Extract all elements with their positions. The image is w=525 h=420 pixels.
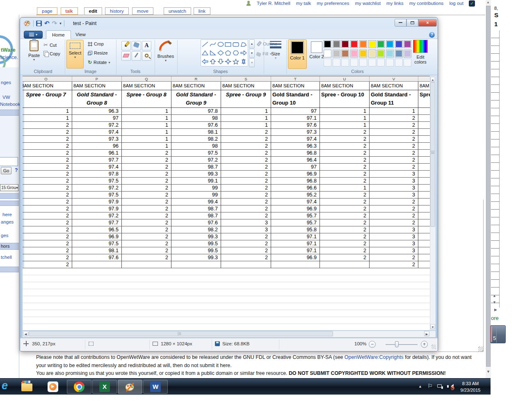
shapes-scroll-down-icon[interactable]: ▼ bbox=[249, 49, 255, 58]
palette-swatch[interactable] bbox=[359, 40, 367, 48]
sidebar-link[interactable]: anges bbox=[1, 219, 14, 224]
palette-swatch[interactable] bbox=[404, 50, 411, 57]
tab-view[interactable]: View bbox=[70, 30, 91, 39]
network-icon[interactable] bbox=[437, 384, 443, 389]
palette-swatch[interactable] bbox=[368, 40, 376, 48]
zoom-in-button[interactable]: + bbox=[421, 341, 428, 348]
paint-canvas[interactable]: O8AM SECTIONSpree - Group 71122222222222… bbox=[23, 76, 430, 330]
sidebar-go-button[interactable]: Go bbox=[1, 167, 11, 174]
help-icon[interactable]: ? bbox=[429, 32, 435, 38]
palette-swatch[interactable] bbox=[386, 50, 394, 57]
palette-swatch[interactable] bbox=[368, 50, 376, 57]
internet-explorer-icon[interactable]: e bbox=[2, 380, 8, 391]
size-button[interactable]: Size▾ bbox=[267, 41, 285, 69]
shape-hexagon-icon[interactable] bbox=[233, 50, 239, 56]
wiki-tab-talk[interactable]: talk bbox=[61, 7, 78, 15]
sidebar-link[interactable]: Notebook bbox=[0, 102, 20, 107]
palette-swatch[interactable] bbox=[386, 40, 394, 48]
color2-button[interactable]: Color 2 bbox=[308, 39, 325, 69]
eraser-tool[interactable] bbox=[121, 51, 131, 61]
scrollbar-up-icon[interactable]: ▲ bbox=[486, 0, 490, 4]
tray-hidden-icons-arrow[interactable]: ▲ bbox=[418, 384, 422, 401]
save-button[interactable] bbox=[36, 21, 42, 26]
canvas-scroll-right-icon[interactable]: ▶ bbox=[424, 331, 429, 336]
customize-toolbar-icon[interactable]: ▾ bbox=[59, 21, 62, 25]
palette-swatch[interactable] bbox=[341, 50, 349, 57]
zoom-slider-thumb[interactable] bbox=[395, 341, 399, 347]
brushes-button[interactable]: Brushes▾ bbox=[157, 40, 174, 68]
wiki-tab-edit[interactable]: edit bbox=[84, 7, 102, 15]
palette-swatch[interactable] bbox=[377, 50, 385, 57]
user-bar-link[interactable]: my contributions bbox=[409, 1, 444, 6]
shape-right-triangle-icon[interactable] bbox=[210, 50, 216, 56]
scrollbar-down-icon[interactable]: ▼ bbox=[486, 370, 490, 374]
copy-button[interactable]: Copy bbox=[43, 51, 60, 56]
rotate-button[interactable]: ↻ Rotate▾ bbox=[88, 59, 110, 65]
palette-swatch[interactable] bbox=[359, 50, 367, 57]
user-bar-link[interactable]: my talk bbox=[296, 1, 311, 6]
resize-button[interactable]: Resize bbox=[88, 50, 108, 55]
tab-home[interactable]: Home bbox=[46, 30, 71, 39]
text-tool[interactable]: A bbox=[142, 41, 151, 50]
user-page-link[interactable]: Tyler R. Mitchell bbox=[257, 1, 290, 6]
canvas-vscroll-thumb[interactable] bbox=[430, 82, 435, 227]
excel-link-fragment[interactable]: ore bbox=[491, 315, 499, 321]
paint-taskbar-button[interactable] bbox=[118, 380, 142, 394]
shapes-scroll-up-icon[interactable]: ▲ bbox=[249, 39, 255, 48]
canvas-hscroll-thumb[interactable] bbox=[29, 331, 333, 336]
canvas-scroll-down-icon[interactable]: ▼ bbox=[430, 324, 435, 329]
edit-colors-button[interactable]: Edit colors bbox=[411, 40, 429, 68]
palette-swatch[interactable] bbox=[333, 50, 340, 57]
user-bar-link[interactable]: log out bbox=[449, 1, 463, 6]
redo-button[interactable]: ↷ bbox=[52, 21, 57, 26]
zoom-out-button[interactable]: − bbox=[369, 341, 376, 348]
wiki-tab-page[interactable]: page bbox=[37, 7, 57, 15]
shape-star-4-icon[interactable] bbox=[225, 59, 231, 64]
bookmark-check-icon[interactable]: ✓ bbox=[469, 0, 475, 7]
shape-star-6-icon[interactable] bbox=[240, 59, 247, 64]
palette-swatch[interactable] bbox=[377, 40, 385, 48]
canvas-scroll-up-icon[interactable]: ▲ bbox=[430, 77, 435, 82]
color-picker-tool[interactable] bbox=[132, 51, 141, 61]
volume-muted-icon[interactable] bbox=[447, 383, 454, 390]
wiki-tab-unwatch[interactable]: unwatch bbox=[164, 7, 191, 15]
shapes-more-icon[interactable]: ≡ bbox=[249, 58, 255, 67]
shape-star-5-icon[interactable] bbox=[233, 59, 239, 64]
canvas-scroll-left-icon[interactable]: ◀ bbox=[23, 331, 28, 336]
shape-arrow-left-icon[interactable] bbox=[202, 59, 208, 64]
shape-curve-icon[interactable] bbox=[210, 41, 216, 47]
color1-button[interactable]: Color 1 bbox=[288, 39, 307, 69]
palette-swatch[interactable] bbox=[350, 40, 358, 48]
sidebar-link[interactable]: tchell bbox=[1, 255, 12, 260]
pencil-tool[interactable] bbox=[121, 41, 131, 50]
sidebar-link[interactable]: VW bbox=[2, 95, 10, 100]
excel-scroll-up-icon[interactable]: ▲ bbox=[493, 294, 496, 298]
palette-swatch[interactable] bbox=[324, 50, 331, 57]
sidebar-link[interactable]: nges bbox=[1, 80, 11, 85]
palette-swatch[interactable] bbox=[395, 40, 403, 48]
taskbar-clock[interactable]: 8:33 AM 9/23/2015 bbox=[457, 380, 484, 397]
action-center-flag-icon[interactable]: ⚐ bbox=[427, 383, 433, 399]
cut-button[interactable]: ✂ Cut bbox=[43, 42, 57, 48]
user-bar-link[interactable]: my links bbox=[386, 1, 404, 6]
palette-swatch[interactable] bbox=[350, 50, 358, 57]
chrome-taskbar-button[interactable] bbox=[67, 380, 91, 394]
shape-diamond-icon[interactable] bbox=[217, 50, 224, 56]
maximize-button[interactable] bbox=[406, 19, 418, 27]
file-explorer-icon[interactable] bbox=[21, 381, 32, 391]
shape-rectangle-icon[interactable] bbox=[225, 41, 231, 47]
user-bar-link[interactable]: my watchlist bbox=[355, 1, 381, 6]
paint-menu-button[interactable]: ▾ bbox=[24, 31, 43, 39]
palette-swatch[interactable] bbox=[324, 40, 331, 48]
paste-button[interactable]: Paste▾ bbox=[25, 40, 43, 69]
excel-scroll-right-icon[interactable]: ▶ bbox=[494, 308, 497, 312]
shape-arrow-down-icon[interactable] bbox=[217, 59, 224, 64]
shape-triangle-icon[interactable] bbox=[202, 50, 208, 56]
sidebar-help-link[interactable]: ? bbox=[15, 167, 18, 173]
media-player-icon[interactable] bbox=[48, 381, 58, 392]
palette-swatch[interactable] bbox=[333, 40, 340, 48]
wiki-tab-link[interactable]: link bbox=[194, 7, 210, 15]
close-button[interactable]: × bbox=[418, 19, 437, 27]
wiki-tab-move[interactable]: move bbox=[132, 7, 153, 15]
wiki-tab-history[interactable]: history bbox=[105, 7, 129, 15]
